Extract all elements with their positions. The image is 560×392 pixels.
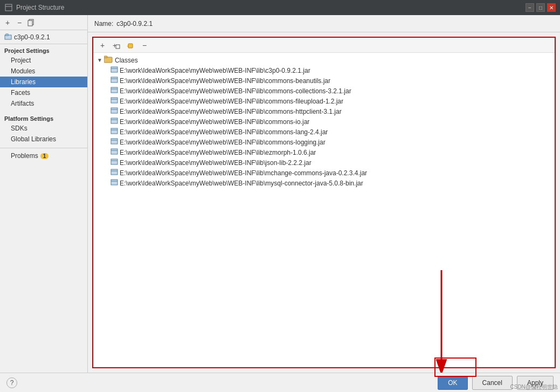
minimize-button[interactable]: −: [526, 3, 534, 12]
sidebar-item-sdks[interactable]: SDKs: [0, 123, 87, 134]
classes-toolbar: + + + −: [93, 38, 555, 53]
sidebar-add-button[interactable]: +: [2, 17, 13, 28]
sidebar-item-modules[interactable]: Modules: [0, 66, 87, 77]
window-icon: [4, 3, 13, 12]
selected-library-item[interactable]: c3p0-0.9.2.1: [0, 30, 87, 44]
name-bar: Name: c3p0-0.9.2.1: [88, 15, 560, 32]
sidebar-item-artifacts[interactable]: Artifacts: [0, 98, 87, 109]
tree-item[interactable]: E:\work\IdeaWorkSpace\myWeb\web\WEB-INF\…: [93, 178, 555, 188]
jar-icon: [110, 86, 118, 95]
classes-folder-icon: [104, 56, 113, 65]
jar-path-label: E:\work\IdeaWorkSpace\myWeb\web\WEB-INF\…: [120, 77, 330, 85]
jar-path-label: E:\work\IdeaWorkSpace\myWeb\web\WEB-INF\…: [120, 98, 343, 105]
tree-item[interactable]: E:\work\IdeaWorkSpace\myWeb\web\WEB-INF\…: [93, 75, 555, 86]
jar-icon: [110, 117, 118, 126]
classes-add-nested-button[interactable]: +: [110, 39, 122, 51]
ok-button[interactable]: OK: [438, 376, 467, 390]
selected-library-label: c3p0-0.9.2.1: [14, 33, 50, 41]
main-content: + − c3p0-0.9.2.1: [0, 15, 560, 373]
sidebar-item-global-libraries[interactable]: Global Libraries: [0, 134, 87, 145]
tree-item[interactable]: E:\work\IdeaWorkSpace\myWeb\web\WEB-INF\…: [93, 86, 555, 96]
tree-item[interactable]: E:\work\IdeaWorkSpace\myWeb\web\WEB-INF\…: [93, 168, 555, 178]
classes-add-source-button[interactable]: +: [125, 39, 136, 51]
svg-rect-9: [128, 44, 133, 48]
svg-rect-20: [111, 108, 117, 113]
classes-remove-button[interactable]: −: [139, 39, 150, 51]
tree-item[interactable]: E:\work\IdeaWorkSpace\myWeb\web\WEB-INF\…: [93, 116, 555, 127]
jar-path-label: E:\work\IdeaWorkSpace\myWeb\web\WEB-INF\…: [120, 159, 312, 167]
window-controls: − □ ✕: [526, 3, 556, 12]
jar-icon: [110, 97, 118, 106]
sidebar-item-problems[interactable]: Problems 1: [0, 150, 87, 161]
platform-settings-header: Platform Settings: [0, 112, 87, 123]
jar-icon: [110, 137, 118, 147]
name-label: Name:: [94, 20, 113, 27]
svg-rect-28: [111, 149, 117, 154]
cancel-button[interactable]: Cancel: [472, 376, 513, 390]
svg-rect-22: [111, 118, 117, 123]
library-icon: [4, 33, 12, 41]
close-button[interactable]: ✕: [547, 3, 556, 12]
sidebar-item-facets[interactable]: Facets: [0, 87, 87, 98]
sidebar-remove-button[interactable]: −: [14, 17, 25, 28]
maximize-button[interactable]: □: [536, 3, 545, 12]
jar-icon: [110, 76, 118, 85]
tree-item[interactable]: E:\work\IdeaWorkSpace\myWeb\web\WEB-INF\…: [93, 65, 555, 75]
jar-path-label: E:\work\IdeaWorkSpace\myWeb\web\WEB-INF\…: [120, 149, 316, 156]
bottom-bar: ? OK Cancel Apply: [0, 373, 560, 392]
svg-rect-0: [5, 4, 12, 11]
sidebar: + − c3p0-0.9.2.1: [0, 15, 88, 373]
tree-item[interactable]: E:\work\IdeaWorkSpace\myWeb\web\WEB-INF\…: [93, 147, 555, 157]
tree-item[interactable]: E:\work\IdeaWorkSpace\myWeb\web\WEB-INF\…: [93, 96, 555, 106]
tree-item[interactable]: E:\work\IdeaWorkSpace\myWeb\web\WEB-INF\…: [93, 157, 555, 168]
watermark: CSDN@编程明世隐: [510, 383, 558, 391]
window-title: Project Structure: [16, 4, 526, 11]
svg-rect-7: [116, 45, 120, 49]
jar-icon: [110, 148, 118, 157]
jar-path-label: E:\work\IdeaWorkSpace\myWeb\web\WEB-INF\…: [120, 108, 342, 115]
platform-settings-section: Platform Settings SDKs Global Libraries: [0, 112, 87, 145]
sidebar-item-project[interactable]: Project: [0, 55, 87, 66]
svg-rect-18: [111, 98, 117, 103]
tree-items-container: E:\work\IdeaWorkSpace\myWeb\web\WEB-INF\…: [93, 65, 555, 188]
svg-rect-3: [28, 20, 32, 26]
jar-icon: [110, 107, 118, 116]
tree-root-classes[interactable]: ▼ Classes: [93, 55, 555, 65]
svg-rect-24: [111, 128, 117, 134]
jar-icon: [110, 168, 118, 177]
jar-path-label: E:\work\IdeaWorkSpace\myWeb\web\WEB-INF\…: [120, 139, 326, 146]
jar-path-label: E:\work\IdeaWorkSpace\myWeb\web\WEB-INF\…: [120, 180, 363, 187]
sidebar-toolbar: + −: [0, 15, 87, 30]
classes-add-button[interactable]: +: [96, 39, 108, 51]
svg-rect-26: [111, 139, 117, 144]
name-value: c3p0-0.9.2.1: [116, 20, 153, 27]
tree-expand-icon[interactable]: ▼: [95, 56, 104, 65]
svg-rect-30: [111, 159, 117, 164]
jar-path-label: E:\work\IdeaWorkSpace\myWeb\web\WEB-INF\…: [120, 87, 351, 95]
help-button[interactable]: ?: [6, 377, 17, 388]
classes-root-label: Classes: [115, 57, 138, 64]
sidebar-copy-button[interactable]: [26, 17, 37, 28]
tree-item[interactable]: E:\work\IdeaWorkSpace\myWeb\web\WEB-INF\…: [93, 137, 555, 147]
classes-tree: ▼ Classes: [93, 53, 555, 367]
svg-rect-12: [111, 67, 117, 72]
jar-icon: [110, 66, 118, 75]
right-panel: Name: c3p0-0.9.2.1 + + +: [88, 15, 560, 373]
tree-item[interactable]: E:\work\IdeaWorkSpace\myWeb\web\WEB-INF\…: [93, 127, 555, 137]
sidebar-item-libraries[interactable]: Libraries: [0, 77, 87, 87]
jar-icon: [110, 158, 118, 167]
svg-rect-14: [111, 77, 117, 82]
jar-path-label: E:\work\IdeaWorkSpace\myWeb\web\WEB-INF\…: [120, 67, 310, 74]
svg-rect-32: [111, 169, 117, 175]
svg-rect-16: [111, 87, 117, 93]
classes-panel: + + + −: [92, 37, 556, 368]
jar-path-label: E:\work\IdeaWorkSpace\myWeb\web\WEB-INF\…: [120, 128, 328, 136]
problems-section: Problems 1: [0, 148, 87, 161]
jar-path-label: E:\work\IdeaWorkSpace\myWeb\web\WEB-INF\…: [120, 118, 309, 126]
title-bar: Project Structure − □ ✕: [0, 0, 560, 15]
jar-icon: [110, 127, 118, 136]
jar-path-label: E:\work\IdeaWorkSpace\myWeb\web\WEB-INF\…: [120, 169, 367, 177]
svg-rect-11: [104, 56, 107, 58]
svg-rect-34: [111, 180, 117, 185]
tree-item[interactable]: E:\work\IdeaWorkSpace\myWeb\web\WEB-INF\…: [93, 106, 555, 116]
